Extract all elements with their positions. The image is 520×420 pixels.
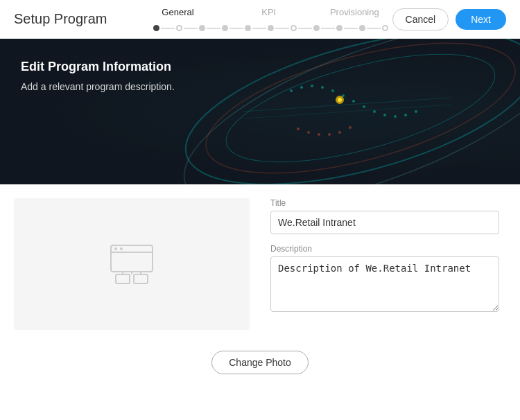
description-label: Description [270,244,499,254]
svg-point-6 [300,86,303,89]
title-group: Title [270,198,499,234]
svg-point-8 [321,86,324,89]
dot-provisioning-3 [336,25,343,31]
connector-9 [344,28,358,29]
steps-labels-row: General KPI Provisioning [149,7,392,21]
svg-point-25 [338,98,342,102]
svg-point-23 [349,126,352,129]
svg-point-9 [331,89,334,92]
dot-kpi-1 [176,25,182,31]
connector-2 [184,28,198,29]
dot-general-1 [153,25,159,31]
steps-wizard: General KPI Provisioning [149,7,392,31]
svg-point-17 [415,110,417,113]
connector-6 [275,28,289,29]
step-label-general: General [162,7,193,17]
svg-point-15 [394,115,397,118]
svg-rect-28 [111,245,153,272]
svg-point-20 [318,133,320,136]
dot-provisioning-5 [382,25,388,31]
content-area: Title Description [0,184,520,344]
svg-point-13 [373,110,376,113]
dot-provisioning-4 [359,25,365,31]
svg-point-19 [307,131,310,134]
description-input[interactable] [270,256,499,312]
connector-4 [229,28,243,29]
hero-heading: Edit Program Information [21,60,175,74]
dot-kpi-5 [268,25,274,31]
title-label: Title [270,198,499,208]
connector-7 [298,28,312,29]
dot-kpi-3 [222,25,228,31]
step-label-provisioning: Provisioning [330,7,379,17]
description-group: Description [270,244,499,312]
connector-1 [161,28,175,29]
title-input[interactable] [270,211,499,234]
connector-10 [367,28,381,29]
hero-text-block: Edit Program Information Add a relevant … [21,60,175,92]
page-title: Setup Program [14,11,107,27]
connector-3 [207,28,220,29]
dot-provisioning-1 [291,25,297,31]
svg-rect-32 [116,274,130,283]
program-form: Title Description [270,198,499,330]
svg-point-30 [114,247,117,250]
svg-point-12 [363,105,365,108]
svg-point-16 [404,114,407,116]
change-photo-section: Change Photo [0,344,520,374]
connector-8 [321,28,335,29]
svg-point-5 [290,89,293,92]
dot-kpi-4 [245,25,251,31]
connector-5 [252,28,266,29]
svg-point-14 [383,114,386,116]
header-actions: Cancel Next [392,8,506,30]
dot-kpi-2 [199,25,205,31]
cancel-button[interactable]: Cancel [392,8,449,30]
svg-point-18 [297,128,300,130]
step-label-kpi: KPI [261,7,276,17]
header: Setup Program General KPI Provisioning [0,0,520,39]
change-photo-button[interactable]: Change Photo [211,351,309,374]
hero-subtext: Add a relevant program description. [21,81,175,92]
program-icon [107,242,156,287]
svg-point-31 [120,247,123,250]
svg-point-7 [311,85,313,87]
hero-banner: Edit Program Information Add a relevant … [0,39,520,184]
svg-point-21 [328,133,331,136]
svg-rect-33 [134,274,148,283]
photo-placeholder [14,198,250,330]
steps-dots-row [149,25,392,31]
dot-provisioning-2 [313,25,320,31]
svg-point-11 [352,100,355,103]
svg-point-22 [338,131,341,134]
next-button[interactable]: Next [456,9,506,30]
